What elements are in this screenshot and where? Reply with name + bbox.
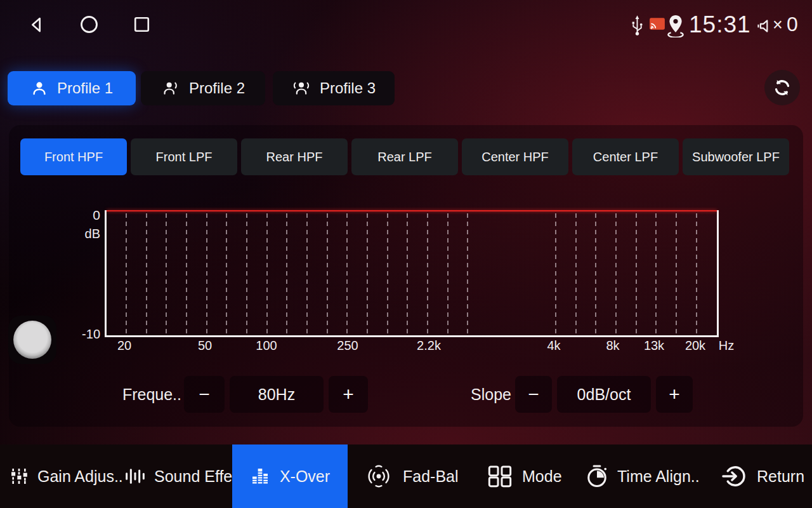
gridline	[327, 213, 328, 333]
nav-item-label: Gain Adjus..	[37, 467, 123, 486]
filter-tab-label: Center LPF	[593, 150, 658, 164]
filter-tab-label: Front HPF	[44, 150, 103, 164]
filter-tab-rear-hpf[interactable]: Rear HPF	[241, 138, 348, 175]
y-axis-label: dB	[67, 227, 100, 241]
usb-icon	[629, 14, 646, 37]
nav-item-label: Sound Effe..	[154, 467, 241, 486]
gridline	[447, 213, 449, 333]
gridline	[166, 213, 167, 333]
x-tick-8k: 8k	[606, 338, 619, 353]
filter-tab-front-hpf[interactable]: Front HPF	[20, 138, 127, 175]
gridline	[226, 213, 227, 333]
nav-item-return[interactable]: Return	[721, 444, 804, 508]
profile-tab-label: Profile 2	[189, 79, 245, 97]
filter-tab-label: Center HPF	[481, 150, 549, 164]
plot-area[interactable]	[105, 210, 719, 337]
filter-tab-label: Rear LPF	[377, 150, 432, 164]
waveform-icon	[124, 465, 146, 487]
person-waves-icon	[292, 79, 311, 97]
nav-item-label: Time Align..	[617, 467, 700, 486]
gridline	[306, 213, 308, 333]
slope-minus-button[interactable]: −	[515, 376, 552, 413]
recents-icon[interactable]	[133, 15, 151, 34]
filter-tab-label: Subwoofer LPF	[692, 150, 780, 164]
gridline	[367, 213, 368, 333]
gridline	[126, 213, 127, 333]
gridline	[246, 213, 247, 333]
filter-tab-subwoofer-lpf[interactable]: Subwoofer LPF	[683, 138, 789, 175]
gridline	[427, 213, 428, 333]
x-tick-100: 100	[256, 338, 277, 353]
nav-item-mode[interactable]: Mode	[486, 444, 562, 508]
location-icon	[665, 13, 686, 37]
gridline	[387, 213, 388, 333]
frequency-plus-button[interactable]: +	[329, 376, 368, 413]
gridline	[146, 213, 147, 333]
gridline	[636, 213, 637, 333]
x-tick-4k: 4k	[547, 338, 560, 353]
return-icon	[721, 464, 749, 489]
x-tick-13k: 13k	[644, 338, 664, 353]
x-tick-50: 50	[198, 338, 212, 353]
gridline	[266, 213, 268, 333]
gridline	[186, 213, 187, 333]
frequency-label: Freque..	[95, 376, 181, 413]
clock: 15:31	[689, 11, 751, 38]
bottom-nav-bar: Gain Adjus..Sound Effe.. X-OverFad-BalMo…	[0, 444, 812, 508]
profile-tab-2[interactable]: Profile 2	[141, 71, 265, 105]
nav-item-fad-bal[interactable]: Fad-Bal	[363, 444, 459, 508]
frequency-minus-button[interactable]: −	[184, 376, 225, 413]
gridline	[575, 213, 577, 333]
frequency-value: 80Hz	[230, 376, 324, 413]
y-tick-minus10: -10	[67, 327, 100, 342]
gridline	[467, 213, 468, 333]
equalizer-icon	[250, 465, 270, 487]
filter-tab-center-lpf[interactable]: Center LPF	[572, 138, 679, 175]
gridline	[655, 213, 657, 333]
filter-tab-front-lpf[interactable]: Front LPF	[131, 138, 237, 175]
volume-knob[interactable]	[13, 321, 51, 359]
x-tick-20: 20	[117, 338, 131, 353]
gridline	[286, 213, 287, 333]
home-icon[interactable]	[79, 15, 99, 34]
gridline	[206, 213, 207, 333]
profile-tab-label: Profile 1	[57, 79, 113, 97]
x-tick-250: 250	[337, 338, 358, 353]
profile-tab-3[interactable]: Profile 3	[273, 71, 395, 105]
sync-icon	[771, 77, 793, 98]
filter-tab-label: Front LPF	[156, 150, 213, 164]
cast-icon	[649, 17, 665, 31]
slope-label: Slope	[444, 376, 511, 413]
nav-item-sound-effe[interactable]: Sound Effe..	[124, 444, 241, 508]
nav-item-x-over[interactable]: X-Over	[232, 444, 348, 508]
x-tick-2.2k: 2.2k	[417, 338, 441, 353]
mixer-icon	[9, 465, 29, 487]
filter-tab-label: Rear HPF	[266, 150, 323, 164]
y-tick-0: 0	[67, 208, 100, 223]
mute-symbol: ×	[773, 15, 783, 35]
gridline	[555, 213, 556, 333]
x-axis-unit: Hz	[719, 338, 734, 353]
profile-tab-1[interactable]: Profile 1	[8, 71, 136, 105]
reset-button[interactable]	[764, 70, 800, 105]
person-wave-icon	[161, 79, 180, 97]
nav-item-time-align[interactable]: Time Align..	[585, 444, 700, 508]
filter-tab-rear-lpf[interactable]: Rear LPF	[351, 138, 458, 175]
slope-plus-button[interactable]: +	[656, 376, 693, 413]
nav-item-label: X-Over	[280, 467, 330, 486]
back-icon[interactable]	[27, 14, 47, 36]
gridline	[346, 213, 348, 333]
nav-item-label: Fad-Bal	[403, 467, 459, 486]
volume-level: 0	[787, 13, 798, 36]
response-curve	[107, 210, 717, 211]
nav-item-label: Return	[757, 467, 804, 486]
filter-tab-center-hpf[interactable]: Center HPF	[462, 138, 568, 175]
status-bar: 15:31 × 0	[0, 0, 812, 51]
gridline	[696, 213, 697, 333]
gridline	[615, 213, 617, 333]
gridline	[407, 213, 408, 333]
nav-item-gain-adjus[interactable]: Gain Adjus..	[9, 444, 123, 508]
stopwatch-icon	[585, 464, 609, 489]
gridline	[676, 213, 677, 333]
gridline	[595, 213, 596, 333]
